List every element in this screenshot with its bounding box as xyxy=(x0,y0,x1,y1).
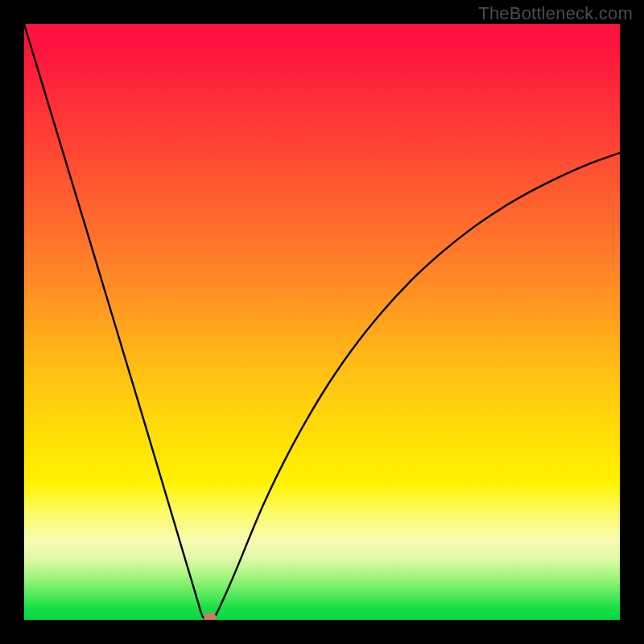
optimal-point-marker xyxy=(204,613,216,620)
plot-area xyxy=(24,24,620,620)
bottleneck-curve xyxy=(24,24,620,620)
chart-frame: TheBottleneck.com xyxy=(0,0,644,644)
watermark-text: TheBottleneck.com xyxy=(478,3,633,24)
